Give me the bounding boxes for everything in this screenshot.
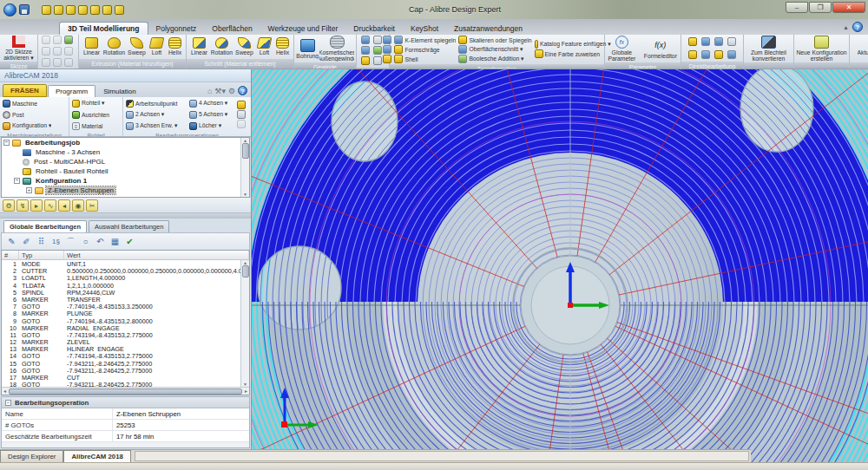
reference-icon[interactable]	[373, 46, 382, 55]
4-achsen-button[interactable]: 4 Achsen ▾	[189, 98, 234, 108]
k-element-spiegeln-button[interactable]: K-Element spiegeln	[394, 36, 456, 44]
reference-icon[interactable]	[361, 56, 370, 65]
5-achsen-button[interactable]: 5 Achsen ▾	[189, 109, 234, 120]
direct-edit-icon[interactable]	[701, 50, 710, 59]
post-process-icon[interactable]: ↯	[16, 199, 29, 212]
grid-row[interactable]: 8MARKERPLUNGE	[2, 310, 249, 317]
farbe-zuweisen-button[interactable]: Eine Farbe zuweisen	[535, 49, 611, 58]
options-icon[interactable]: ✂	[86, 199, 98, 212]
cut-sweep-button[interactable]: Sweep	[234, 37, 255, 55]
extrude-rotation-button[interactable]: Rotation	[103, 37, 126, 55]
qat-cube-icon[interactable]	[102, 5, 112, 15]
restore-button[interactable]: ❐	[809, 2, 832, 13]
qat-cube-icon[interactable]	[90, 5, 100, 15]
qat-cube-icon[interactable]	[66, 5, 76, 15]
grid-row[interactable]: 4TLDATA1,2,1,1,0.000000	[2, 282, 249, 289]
arc-fit-icon[interactable]: ⌒	[65, 235, 76, 249]
globale-parameter-button[interactable]: fxGlobale Parameter	[607, 36, 637, 62]
extrude-sweep-button[interactable]: Sweep	[127, 37, 148, 55]
undo-icon[interactable]: ↶	[95, 235, 106, 249]
shell-button[interactable]: Shell	[394, 55, 456, 63]
settings-gear-icon[interactable]: ⚙	[228, 87, 235, 95]
tab-keyshot[interactable]: KeyShot	[403, 23, 446, 35]
home-icon[interactable]: ⌂	[207, 87, 212, 95]
grid-row[interactable]: 6MARKERTRANSFER	[2, 296, 249, 303]
cut-rotation-button[interactable]: Rotation	[211, 37, 233, 55]
oberflaechenschnitt-button[interactable]: Oberflächenschnitt ▾	[458, 45, 531, 54]
grid-row[interactable]: 13MARKERHLINEAR_ENGAGE	[2, 345, 249, 352]
collapse-icon[interactable]: −	[3, 140, 10, 146]
grid-row[interactable]: 17MARKERCUT	[2, 374, 249, 381]
cam-extra-icon[interactable]	[237, 110, 246, 119]
transform-icon[interactable]	[383, 36, 391, 44]
grid-row[interactable]: 5SPINDLRPM,24446,CLW	[2, 289, 249, 296]
tab-druckbarkeit[interactable]: Druckbarkeit	[345, 23, 403, 35]
tab-oberflaechen[interactable]: Oberflächen	[204, 23, 260, 35]
generate-toolpath-icon[interactable]: ⚙	[3, 199, 15, 212]
cam-help-icon[interactable]: ?	[238, 86, 247, 95]
post-button[interactable]: Post	[3, 109, 51, 120]
grid-body[interactable]: 1MODEUNIT,1 2CUTTER0.500000,0.250000,0.0…	[2, 260, 249, 387]
tab-auswahl-bearbeitungen[interactable]: Auswahl Bearbeitungen	[89, 220, 169, 232]
select-icon[interactable]: ✐	[21, 235, 32, 249]
expand-icon[interactable]: +	[26, 187, 32, 193]
tab-zusatzanwendungen[interactable]: Zusatzanwendungen	[446, 23, 530, 35]
tab-design-explorer[interactable]: Design Explorer	[0, 450, 63, 462]
2-achsen-button[interactable]: 2 Achsen ▾	[126, 109, 187, 120]
edit-icon[interactable]	[64, 36, 73, 44]
tree-item-z-ebenen-schruppen[interactable]: +Z-Ebenen Schruppen	[2, 186, 249, 195]
grid-row[interactable]: 12MARKERZLEVEL	[2, 338, 249, 345]
bohrung-button[interactable]: Bohrung	[296, 39, 319, 59]
tab-simulation[interactable]: Simulation	[96, 86, 142, 97]
grid-row[interactable]: 18GOTO-7.943211,-8.246425,2.775000	[2, 381, 249, 387]
help-icon[interactable]: ?	[852, 22, 863, 32]
neue-konfiguration-button[interactable]: Neue Konfiguration erstellen	[796, 36, 846, 62]
direct-edit-icon[interactable]	[714, 37, 723, 46]
transform-icon[interactable]	[383, 45, 391, 54]
grid-vertical-scrollbar[interactable]: ▲▼	[240, 260, 249, 387]
skalieren-spiegeln-button[interactable]: Skalieren oder Spiegeln	[458, 36, 531, 44]
save-icon[interactable]	[19, 4, 30, 15]
direct-edit-icon[interactable]	[688, 50, 697, 59]
tree-item-konfiguration-1[interactable]: −Konfiguration 1	[2, 176, 249, 186]
qat-cube-icon[interactable]	[115, 5, 124, 15]
tab-alibrecam-2018[interactable]: AlibreCAM 2018	[63, 450, 130, 462]
grid-horizontal-scrollbar[interactable]: ◄►	[2, 387, 249, 395]
direct-edit-icon[interactable]	[701, 37, 710, 46]
stop-icon[interactable]: ◂	[58, 199, 70, 212]
grid-row[interactable]: 15GOTO-7.943211,-8.246425,2.775000	[2, 360, 249, 367]
direct-edit-icon[interactable]	[727, 50, 736, 59]
apply-icon[interactable]: ✔	[124, 235, 135, 249]
grid-row[interactable]: 10MARKERRADIAL_ENGAGE	[2, 324, 249, 331]
3-achsen-erw-button[interactable]: 3 Achsen Erw. ▾	[126, 121, 187, 131]
grid-row[interactable]: 14GOTO-7.743194,-8.435153,2.775000	[2, 352, 249, 359]
formeleditor-button[interactable]: f(x)Formeleditor	[642, 39, 679, 59]
loecher-button[interactable]: Löcher ▾	[189, 121, 234, 131]
maschine-button[interactable]: Maschine	[3, 98, 51, 108]
grid-row[interactable]: 7GOTO-7.740194,-8.435153,3.250000	[2, 303, 249, 310]
konfiguration-button[interactable]: Konfiguration ▾	[3, 121, 51, 131]
rohteil-button[interactable]: Rohteil ▾	[72, 98, 109, 108]
reference-icon[interactable]	[361, 36, 370, 44]
tab-globale-bearbeitungen[interactable]: Globale Bearbeitungen	[3, 220, 87, 232]
close-button[interactable]: ✕	[832, 2, 865, 13]
tree-item-maschine[interactable]: Maschine - 3 Achsen	[2, 147, 249, 157]
grid-row[interactable]: 9GOTO-7.740194,-8.435153,2.800000	[2, 317, 249, 324]
cam-extra-icon[interactable]	[237, 101, 246, 109]
grid-row[interactable]: 2CUTTER0.500000,0.250000,0.000000,0.2500…	[2, 267, 249, 274]
viewport-3d[interactable]	[252, 69, 868, 462]
tab-programm[interactable]: Programm	[48, 85, 95, 97]
direct-edit-icon[interactable]	[688, 37, 697, 46]
step-icon[interactable]: ∿	[44, 199, 56, 212]
edit-gcode-icon[interactable]: ✎	[6, 235, 17, 249]
extrude-loft-button[interactable]: Loft	[148, 37, 166, 55]
simulate-icon[interactable]: ▸	[30, 199, 43, 212]
extrude-linear-button[interactable]: Linear	[82, 37, 102, 55]
collapse-icon[interactable]: −	[14, 178, 20, 184]
grid-row[interactable]: 11GOTO-7.743194,-8.435153,2.775000	[2, 331, 249, 338]
zum-blechteil-button[interactable]: Zum Blechteil konvertieren	[751, 36, 786, 62]
tree-item-rohteil[interactable]: Rohteil - Bauteil Rohteil	[2, 166, 249, 176]
transform-icon[interactable]	[383, 55, 391, 63]
cut-loft-button[interactable]: Loft	[256, 37, 273, 55]
qat-cube-icon[interactable]	[78, 5, 88, 15]
